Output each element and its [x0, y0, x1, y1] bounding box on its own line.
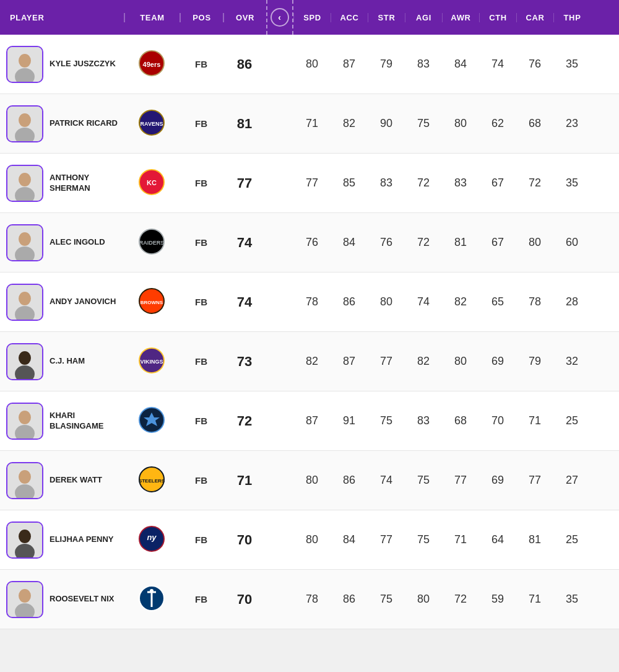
svg-text:RAVENS: RAVENS	[141, 121, 163, 127]
stat-acc: 86	[331, 474, 368, 487]
svg-point-45	[19, 589, 31, 603]
stat-thp: 28	[553, 295, 591, 308]
team-logo: STEELERS	[138, 466, 165, 493]
player-name: C.J. HAM	[50, 356, 85, 367]
stat-acc: 84	[331, 533, 368, 546]
stat-car: 77	[516, 474, 553, 487]
stat-awr: 81	[442, 236, 479, 249]
player-ovr: 81	[223, 116, 266, 132]
table-row[interactable]: C.J. HAM VIKINGS FB 73 82 87 77 82 80 69…	[0, 332, 619, 391]
stat-thp: 35	[553, 593, 591, 606]
stat-cth: 74	[479, 58, 516, 71]
player-info: ELIJHAA PENNY	[0, 521, 124, 559]
header-pos: POS	[180, 13, 223, 22]
stat-spd: 78	[293, 593, 331, 606]
stat-awr: 80	[442, 355, 479, 368]
header-awr: AWR	[442, 13, 479, 22]
svg-point-6	[19, 113, 31, 127]
table-row[interactable]: KYLE JUSZCZYK 49ers FB 86 80 87 79 83 84…	[0, 35, 619, 94]
stat-awr: 83	[442, 177, 479, 190]
player-pos: FB	[180, 297, 223, 307]
stat-str: 75	[368, 593, 405, 606]
player-pos: FB	[180, 59, 223, 69]
stat-cth: 69	[479, 474, 516, 487]
stat-car: 72	[516, 177, 553, 190]
team-logo: BROWNS	[138, 287, 165, 315]
avatar	[6, 343, 43, 380]
team-logo	[138, 406, 165, 434]
player-ovr: 73	[223, 354, 266, 370]
table-row[interactable]: ALEC INGOLD RAIDERS FB 74 76 84 76 72 81…	[0, 213, 619, 273]
stat-acc: 84	[331, 236, 368, 249]
stat-spd: 82	[293, 355, 331, 368]
player-info: ROOSEVELT NIX	[0, 581, 124, 618]
stat-cth: 67	[479, 177, 516, 190]
stat-agi: 75	[405, 533, 442, 546]
player-name: ROOSEVELT NIX	[50, 594, 115, 604]
table-row[interactable]: ELIJHAA PENNY ny FB 70 80 84 77 75 71 64…	[0, 510, 619, 570]
svg-point-16	[19, 232, 31, 246]
header-agi: AGI	[405, 13, 442, 22]
team-logo: RAVENS	[138, 109, 165, 136]
header-scroll-divider: ‹	[266, 0, 293, 35]
player-pos: FB	[180, 416, 223, 426]
stat-spd: 76	[293, 236, 331, 249]
stat-car: 81	[516, 533, 553, 546]
player-pos: FB	[180, 594, 223, 604]
team-logo: KC	[138, 168, 165, 196]
svg-point-26	[19, 351, 31, 365]
table-row[interactable]: ROOSEVELT NIX FB 70 78 86 75 80 72 59 71…	[0, 570, 619, 629]
stat-spd: 77	[293, 177, 331, 190]
table-row[interactable]: KHARI BLASINGAME FB 72 87 91 75 83 68 70…	[0, 391, 619, 451]
team-logo: VIKINGS	[138, 347, 165, 374]
stat-car: 71	[516, 414, 553, 427]
stat-str: 77	[368, 533, 405, 546]
player-ovr: 71	[223, 473, 266, 489]
player-info: ANDY JANOVICH	[0, 284, 124, 321]
stat-cth: 62	[479, 117, 516, 130]
stat-spd: 80	[293, 474, 331, 487]
stat-awr: 68	[442, 414, 479, 427]
stat-car: 79	[516, 355, 553, 368]
table-row[interactable]: DEREK WATT STEELERS FB 71 80 86 74 75 77…	[0, 451, 619, 510]
stat-str: 74	[368, 474, 405, 487]
stat-agi: 83	[405, 414, 442, 427]
header-ovr: OVR	[223, 13, 266, 22]
svg-point-21	[19, 292, 31, 305]
player-name: ANTHONY SHERMAN	[50, 173, 124, 194]
stat-acc: 86	[331, 295, 368, 308]
table-row[interactable]: ANTHONY SHERMAN KC FB 77 77 85 83 72 83 …	[0, 154, 619, 213]
stat-agi: 74	[405, 295, 442, 308]
stat-agi: 82	[405, 355, 442, 368]
stat-acc: 87	[331, 58, 368, 71]
stat-spd: 80	[293, 533, 331, 546]
team-logo: 49ers	[138, 50, 165, 77]
svg-point-35	[19, 470, 31, 484]
player-pos: FB	[180, 237, 223, 248]
header-acc: ACC	[331, 13, 368, 22]
player-name: KYLE JUSZCZYK	[50, 59, 116, 69]
table-row[interactable]: PATRICK RICARD RAVENS FB 81 71 82 90 75 …	[0, 94, 619, 154]
player-team: KC	[124, 168, 180, 198]
scroll-left-button[interactable]: ‹	[271, 8, 289, 27]
stat-awr: 80	[442, 117, 479, 130]
stat-agi: 75	[405, 474, 442, 487]
stat-thp: 32	[553, 355, 591, 368]
stat-car: 68	[516, 117, 553, 130]
player-ovr: 70	[223, 591, 266, 608]
avatar	[6, 284, 43, 321]
stat-thp: 35	[553, 177, 591, 190]
stat-car: 78	[516, 295, 553, 308]
player-info: KHARI BLASINGAME	[0, 403, 124, 440]
svg-text:49ers: 49ers	[143, 61, 161, 68]
stat-awr: 84	[442, 58, 479, 71]
stat-str: 76	[368, 236, 405, 249]
stat-car: 80	[516, 236, 553, 249]
svg-point-40	[19, 530, 31, 543]
table-row[interactable]: ANDY JANOVICH BROWNS FB 74 78 86 80 74 8…	[0, 273, 619, 332]
player-ovr: 70	[223, 532, 266, 548]
stat-acc: 82	[331, 117, 368, 130]
avatar	[6, 403, 43, 440]
stat-acc: 86	[331, 593, 368, 606]
header-team: TEAM	[124, 13, 180, 22]
